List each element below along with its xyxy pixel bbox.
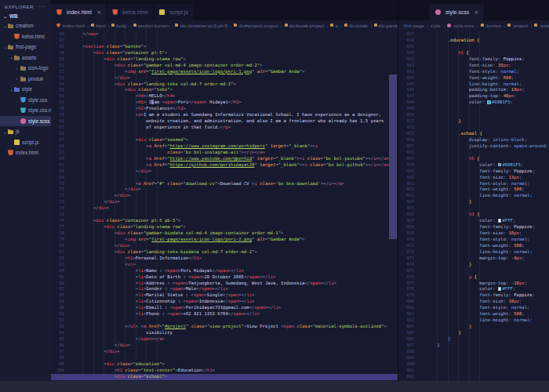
code-line-984[interactable]: 984 } <box>398 324 549 330</box>
code-line-971[interactable]: 971 font-weight: 500; <box>398 243 549 249</box>
tree-item-first-page[interactable]: ⌄first-page <box>0 42 51 53</box>
code-line-952[interactable]: 952 <box>398 125 549 131</box>
breadcrumb-item[interactable]: .kotak <box>534 23 549 28</box>
code-line-84[interactable]: 84 <li>Name : <span>Peri Hidayat</span><… <box>51 268 398 274</box>
code-line-953[interactable]: 953 .school { <box>398 131 549 137</box>
code-line-965[interactable]: 965 <box>398 205 549 212</box>
code-line-78[interactable]: 78 <div class="gambar-biodata col-md-4 i… <box>51 230 398 237</box>
code-line-88[interactable]: 88 <li>Marital Status : <span>Single</sp… <box>51 292 398 299</box>
code-line-91[interactable]: 91 <li>Phone : <span>+62 821 1353 6769</… <box>51 311 398 318</box>
code-line-948[interactable]: 948 color: #00B1F5; <box>398 100 549 106</box>
tab-style.scss[interactable]: style.scss× <box>430 4 485 20</box>
code-line-70[interactable]: 70 <a href="#" class="download-cv">Downl… <box>51 181 398 187</box>
scrollbar-thumb[interactable] <box>389 74 397 239</box>
code-line-991[interactable]: 991 <box>398 368 549 374</box>
breadcrumb-item[interactable]: div.kotak <box>344 23 368 28</box>
code-line-985[interactable]: 985 } <box>398 330 549 336</box>
code-line-82[interactable]: 82 <h1>Personal Information</h1> <box>51 256 398 262</box>
tree-item-index.html[interactable]: index.html <box>0 147 51 158</box>
code-line-945[interactable]: 945 line-height: normal; <box>398 82 549 88</box>
code-line-983[interactable]: 983 line-height: normal; <box>398 318 549 324</box>
tab-ketos.html[interactable]: ketos.html <box>107 4 154 20</box>
code-line-59[interactable]: 59 <p>I am a student at Sumedang Informa… <box>51 112 398 118</box>
code-line-61[interactable]: 61 of experience in that field.</p> <box>51 125 398 131</box>
code-line-64[interactable]: 64 <a href="https://www.instagram.com/pe… <box>51 143 398 150</box>
code-line-53[interactable]: 53 </div> <box>51 75 398 82</box>
code-line-972[interactable]: 972 line-height: normal; <box>398 249 549 256</box>
code-line-86[interactable]: 86 <li>Address : <span>Tanjungkerta, Sum… <box>51 281 398 287</box>
tab-index.html[interactable]: index.html× <box>51 4 107 20</box>
tree-item-creation[interactable]: ⌄creation <box>0 20 51 31</box>
code-line-976[interactable]: 976 p { <box>398 274 549 281</box>
tree-item-js[interactable]: ⌄js <box>0 126 51 137</box>
code-line-98[interactable]: 98 <box>51 355 398 361</box>
code-line-77[interactable]: 77 <div class="landing-utama row"> <box>51 224 398 230</box>
code-line-81[interactable]: 81 <div class="landing-teks-biodata col-… <box>51 249 398 256</box>
code-line-967[interactable]: 967 color: #FFF; <box>398 218 549 224</box>
code-line-973[interactable]: 973 margin-top: -9px; <box>398 256 549 262</box>
code-line-89[interactable]: 89 <li>Citizenship : <span>Indonesia</sp… <box>51 299 398 305</box>
code-line-988[interactable]: 988 <box>398 349 549 355</box>
tree-item-style.scss[interactable]: style.scss <box>0 116 51 127</box>
code-line-63[interactable]: 63 <div class="sosmed"> <box>51 137 398 143</box>
code-line-58[interactable]: 58 <h2>Freelancer</h2> <box>51 106 398 112</box>
code-line-961[interactable]: 961 font-style: normal; <box>398 181 549 187</box>
tree-item-assets[interactable]: ⌄assets <box>0 53 51 64</box>
tree-item-ketos.html[interactable]: ketos.html <box>0 31 51 42</box>
code-editor-index-html[interactable]: 46 </nav>4748 <section class="konten">49… <box>51 30 398 381</box>
tree-item-script.js[interactable]: script.js <box>0 137 51 148</box>
code-line-76[interactable]: 76 <div class="container pt-5 pb-5"> <box>51 218 398 224</box>
code-line-954[interactable]: 954 display: inline-block; <box>398 137 549 143</box>
code-line-975[interactable]: 975 <box>398 268 549 274</box>
code-line-939[interactable]: 939 <box>398 44 549 50</box>
code-line-97[interactable]: 97 </div> <box>51 349 398 355</box>
code-line-951[interactable]: 951 } <box>398 118 549 125</box>
code-line-60[interactable]: 60 website creation, and administration.… <box>51 118 398 125</box>
code-line-940[interactable]: 940 h1 { <box>398 50 549 56</box>
code-line-949[interactable]: 949 <box>398 106 549 112</box>
code-line-80[interactable]: 80 </div> <box>51 243 398 249</box>
code-line-977[interactable]: 977 margin-top: -10px; <box>398 281 549 287</box>
code-line-56[interactable]: 56 <h4>-HELLO</h4> <box>51 93 398 100</box>
breadcrumb-item[interactable]: html <box>91 23 105 28</box>
close-icon[interactable]: × <box>474 9 478 16</box>
code-line-69[interactable]: 69 <box>51 175 398 181</box>
code-line-79[interactable]: 79 <img src="first-page/assets/icon-logo… <box>51 237 398 243</box>
code-line-94[interactable]: 94 visibility <box>51 330 398 336</box>
code-line-980[interactable]: 980 font-size: 10px; <box>398 299 549 305</box>
code-line-83[interactable]: 83 <ul> <box>51 262 398 268</box>
code-line-966[interactable]: 966 h3 { <box>398 212 549 218</box>
code-line-66[interactable]: 66 <a href="https://www.youtube.com/@per… <box>51 156 398 162</box>
code-line-964[interactable]: 964 } <box>398 199 549 205</box>
code-line-986[interactable]: 986 } <box>398 336 549 343</box>
breadcrumb-item[interactable]: style <box>431 23 441 28</box>
breadcrumb-item[interactable]: a <box>330 23 337 28</box>
code-line-942[interactable]: 942 font-size: 35px; <box>398 63 549 69</box>
tree-item-produk[interactable]: ›produk <box>0 74 51 85</box>
breadcrumb-item[interactable]: section.konten <box>133 23 169 28</box>
code-line-974[interactable]: 974 } <box>398 262 549 268</box>
code-line-99[interactable]: 99 <div class="education"> <box>51 361 398 368</box>
code-line-74[interactable]: 74 </div> <box>51 205 398 212</box>
code-line-956[interactable]: 956 <box>398 150 549 156</box>
code-line-957[interactable]: 957 h5 { <box>398 156 549 162</box>
code-line-95[interactable]: 95 </span></a> <box>51 336 398 343</box>
code-line-968[interactable]: 968 font-family: Poppins; <box>398 224 549 230</box>
code-line-71[interactable]: 71 </div> <box>51 187 398 193</box>
code-line-959[interactable]: 959 font-family: Poppins; <box>398 169 549 175</box>
code-line-943[interactable]: 943 font-style: normal; <box>398 69 549 75</box>
more-actions-icon[interactable]: ··· <box>38 4 46 9</box>
code-line-62[interactable]: 62 <box>51 131 398 137</box>
code-line-47[interactable]: 47 <box>51 38 398 44</box>
tree-item-style.css.map[interactable]: style.css.map <box>0 105 51 116</box>
code-line-987[interactable]: 987 } <box>398 343 549 349</box>
code-line-46[interactable]: 46 </nav> <box>51 31 398 38</box>
code-line-92[interactable]: 92 <box>51 318 398 324</box>
code-line-96[interactable]: 96 </div> <box>51 343 398 349</box>
code-line-978[interactable]: 978 color: #FFF; <box>398 286 549 292</box>
code-line-950[interactable]: 950 <box>398 112 549 118</box>
breadcrumb-item[interactable]: .project <box>507 23 528 28</box>
code-line-962[interactable]: 962 font-weight: 500; <box>398 187 549 193</box>
breadcrumb-item[interactable]: div.container.pt-5.pb-5 <box>175 23 227 28</box>
workspace-header[interactable]: ⌄ WB <box>0 12 51 20</box>
